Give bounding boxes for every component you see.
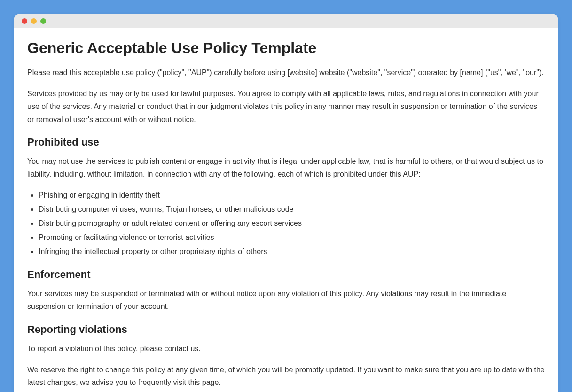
close-icon[interactable] (22, 18, 27, 24)
list-item: Distributing pornography or adult relate… (39, 217, 545, 230)
section-heading-prohibited: Prohibited use (27, 136, 545, 148)
section-paragraph-prohibited: You may not use the services to publish … (27, 155, 545, 180)
list-item: Infringing the intellectual property or … (39, 245, 545, 258)
list-item: Distributing computer viruses, worms, Tr… (39, 203, 545, 216)
prohibited-list: Phishing or engaging in identity theft D… (27, 189, 545, 258)
list-item: Promoting or facilitating violence or te… (39, 231, 545, 244)
app-window: Generic Acceptable Use Policy Template P… (14, 14, 558, 392)
section-paragraph-enforcement: Your services may be suspended or termin… (27, 287, 545, 313)
document-content: Generic Acceptable Use Policy Template P… (14, 28, 558, 392)
list-item: Phishing or engaging in identity theft (39, 189, 545, 202)
section-paragraph-reporting-2: We reserve the right to change this poli… (27, 363, 545, 389)
section-heading-enforcement: Enforcement (27, 269, 545, 281)
window-titlebar (14, 14, 558, 28)
intro-paragraph-2: Services provided by us may only be used… (27, 87, 545, 126)
minimize-icon[interactable] (31, 18, 37, 24)
page-title: Generic Acceptable Use Policy Template (27, 39, 545, 57)
intro-paragraph-1: Please read this acceptable use policy (… (27, 66, 545, 79)
maximize-icon[interactable] (40, 18, 46, 24)
section-paragraph-reporting-1: To report a violation of this policy, pl… (27, 342, 545, 355)
section-heading-reporting: Reporting violations (27, 323, 545, 336)
